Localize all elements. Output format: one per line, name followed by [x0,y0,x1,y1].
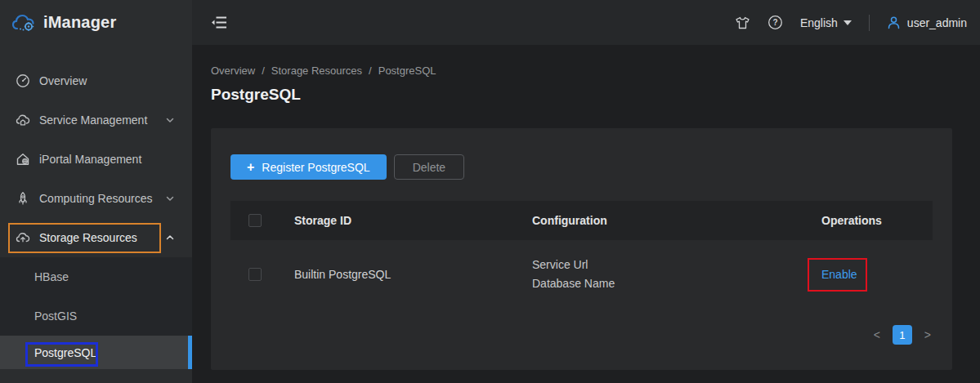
chevron-down-icon [166,116,174,124]
chevron-down-icon [166,194,174,203]
user-menu[interactable]: user_admin [887,16,967,29]
help-icon[interactable]: ? [767,15,783,30]
svg-text:?: ? [772,18,777,27]
theme-tshirt-icon[interactable] [735,16,750,30]
rocket-icon [16,191,30,206]
topbar-right-group: ? English user_admin [735,15,967,31]
sidebar-item-label: Computing Resources [39,192,153,205]
chevron-up-icon [166,234,174,242]
page-title: PostgreSQL [211,86,301,104]
sidebar-item-label: Overview [39,74,87,87]
content-card: + Register PostgreSQL Delete Storage ID … [211,128,952,370]
breadcrumb-separator: / [262,65,265,77]
pagination-next-icon[interactable]: > [924,328,931,341]
sidebar-item-computing-resources[interactable]: Computing Resources [0,179,192,218]
sidebar-item-overview[interactable]: Overview [0,61,192,100]
delete-button[interactable]: Delete [394,154,464,180]
portal-home-icon [16,152,30,167]
pagination: < 1 > [874,325,931,345]
cloud-upload-icon [16,230,30,245]
sidebar-item-service-management[interactable]: Service Management [0,100,192,140]
configuration-database-name: Database Name [532,274,821,293]
storage-resources-submenu: HBase PostGIS PostgreSQL [0,257,192,369]
breadcrumb-item-postgresql: PostgreSQL [378,65,436,77]
username-label: user_admin [907,16,967,29]
topbar-divider [869,15,870,31]
main-area: ? English user_admin Overview [192,0,980,383]
column-header-operations: Operations [821,214,933,227]
table-header-row: Storage ID Configuration Operations [230,201,933,240]
sidebar-subitem-postgis[interactable]: PostGIS [0,296,192,336]
sidebar-subitem-postgresql[interactable]: PostgreSQL [0,336,192,369]
enable-link[interactable]: Enable [821,268,857,281]
table-row: Builtin PostgreSQL Service Url Database … [230,240,933,308]
select-all-checkbox[interactable] [248,214,262,227]
user-icon [887,16,901,29]
storage-table: Storage ID Configuration Operations Buil… [230,201,933,308]
sidebar-item-storage-resources[interactable]: Storage Resources [0,218,192,257]
pagination-prev-icon[interactable]: < [874,328,880,341]
language-label: English [800,16,838,29]
sidebar-menu: Overview Service Management [0,45,192,369]
content-area: Overview / Storage Resources / PostgreSQ… [192,45,980,383]
row-checkbox[interactable] [248,268,262,281]
menu-fold-icon[interactable] [211,15,227,30]
toolbar: + Register PostgreSQL Delete [230,154,464,180]
sidebar-subitem-label: PostGIS [34,310,77,323]
breadcrumb-item-storage-resources[interactable]: Storage Resources [271,65,362,77]
breadcrumb: Overview / Storage Resources / PostgreSQ… [211,65,436,77]
app-title: iManager [43,13,116,32]
pagination-page-1[interactable]: 1 [893,325,912,345]
register-postgresql-button[interactable]: + Register PostgreSQL [230,154,387,180]
topbar: ? English user_admin [192,0,980,45]
sidebar-item-label: iPortal Management [39,153,141,166]
sidebar: iManager Overview Service Management [0,0,192,383]
column-header-configuration: Configuration [532,214,821,227]
column-header-storage-id: Storage ID [294,214,532,227]
configuration-cell: Service Url Database Name [532,256,821,293]
caret-down-icon [844,20,852,25]
register-button-label: Register PostgreSQL [262,161,369,174]
dashboard-icon [16,73,30,88]
cloud-service-icon [16,113,30,127]
sidebar-item-iportal-management[interactable]: iPortal Management [0,140,192,179]
sidebar-item-label: Storage Resources [39,231,137,244]
sidebar-subitem-label: PostgreSQL [34,346,96,359]
app-logo: iManager [0,0,192,45]
configuration-service-url: Service Url [532,256,821,274]
storage-id-cell: Builtin PostgreSQL [294,268,532,281]
breadcrumb-separator: / [369,65,372,77]
breadcrumb-item-overview[interactable]: Overview [211,65,255,77]
sidebar-subitem-label: HBase [34,270,69,283]
cloud-gear-logo-icon [11,12,36,33]
sidebar-subitem-hbase[interactable]: HBase [0,257,192,296]
plus-icon: + [247,161,254,174]
language-selector[interactable]: English [800,16,852,29]
sidebar-item-label: Service Management [39,114,147,127]
